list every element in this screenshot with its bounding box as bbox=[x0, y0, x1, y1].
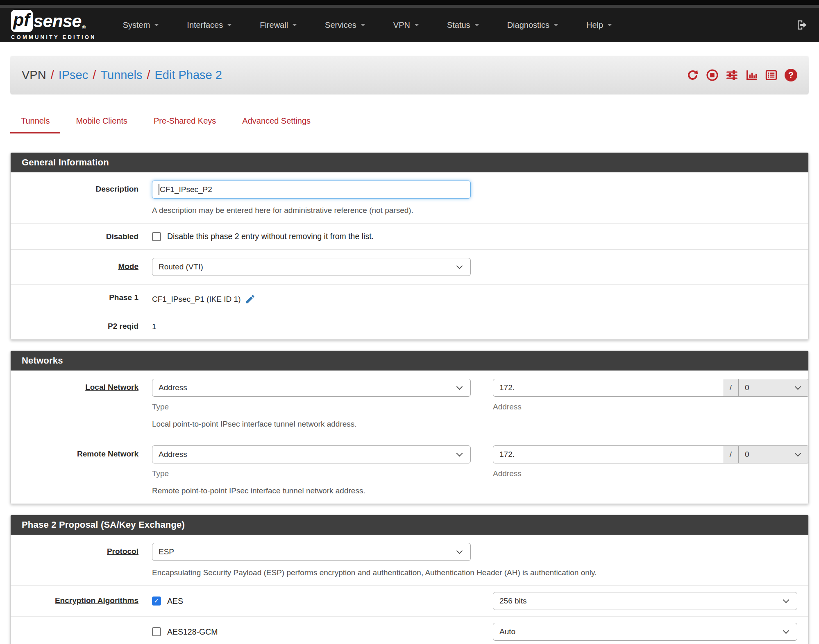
chevron-down-icon bbox=[783, 627, 790, 634]
caret-down-icon bbox=[361, 24, 365, 26]
chevron-down-icon bbox=[456, 547, 463, 554]
protocol-label: Protocol bbox=[22, 543, 152, 577]
menu-label: Diagnostics bbox=[507, 20, 549, 30]
mode-row: Mode Routed (VTI) bbox=[11, 249, 808, 284]
local-network-type-select[interactable]: Address bbox=[152, 379, 471, 397]
caret-down-icon bbox=[554, 24, 558, 26]
networks-panel: Networks Local Network Address Type bbox=[10, 350, 809, 504]
bar-chart-icon[interactable] bbox=[745, 69, 758, 81]
stop-circle-icon[interactable] bbox=[706, 69, 719, 81]
sign-out-icon[interactable] bbox=[796, 19, 808, 31]
protocol-row: Protocol ESP Encapsulating Security Payl… bbox=[11, 535, 808, 585]
aes128gcm-label: AES128-GCM bbox=[167, 627, 218, 637]
encryption-aes-row: Encryption Algorithms AES 256 bits bbox=[11, 585, 808, 616]
aes-keylen-select[interactable]: 256 bits bbox=[493, 592, 797, 610]
menu-label: System bbox=[123, 20, 150, 30]
local-network-type-caption: Type bbox=[152, 402, 471, 411]
breadcrumb-link-edit-phase2[interactable]: Edit Phase 2 bbox=[154, 68, 222, 82]
caret-down-icon bbox=[154, 24, 159, 26]
phase1-label: Phase 1 bbox=[22, 293, 152, 305]
aes-keylen-value: 256 bits bbox=[499, 597, 527, 606]
local-network-address-input[interactable]: 172. bbox=[493, 379, 723, 397]
remote-network-prefix-value: 0 bbox=[745, 450, 749, 459]
menu-diagnostics[interactable]: Diagnostics bbox=[507, 20, 558, 30]
phase1-row: Phase 1 CF1_IPsec_P1 (IKE ID 1) bbox=[11, 284, 808, 313]
empty-label bbox=[22, 623, 152, 641]
mode-select[interactable]: Routed (VTI) bbox=[152, 258, 471, 276]
header-quick-icons: ? bbox=[686, 69, 797, 81]
breadcrumb-separator: / bbox=[93, 68, 96, 82]
general-information-panel: General Information Description CF1_IPse… bbox=[10, 152, 809, 340]
description-help: A description may be entered here for ad… bbox=[152, 206, 797, 215]
remote-network-help: Remote point-to-point IPsec interface tu… bbox=[152, 486, 797, 495]
description-label: Description bbox=[22, 181, 152, 215]
aes128gcm-checkbox[interactable] bbox=[152, 627, 161, 636]
edit-pencil-icon[interactable] bbox=[245, 294, 256, 305]
menu-label: VPN bbox=[393, 20, 410, 30]
tab-bar: Tunnels Mobile Clients Pre-Shared Keys A… bbox=[10, 116, 809, 133]
sliders-icon[interactable] bbox=[726, 69, 738, 81]
breadcrumb-section: VPN bbox=[22, 68, 46, 82]
menu-label: Status bbox=[447, 20, 470, 30]
top-navbar: pf sense ® COMMUNITY EDITION System Inte… bbox=[0, 8, 819, 42]
mode-label: Mode bbox=[22, 258, 152, 276]
breadcrumb-separator: / bbox=[147, 68, 150, 82]
breadcrumb-link-tunnels[interactable]: Tunnels bbox=[100, 68, 142, 82]
chevron-down-icon bbox=[456, 262, 463, 269]
aes128gcm-keylen-select[interactable]: Auto bbox=[493, 623, 797, 641]
caret-down-icon bbox=[414, 24, 419, 26]
menu-label: Interfaces bbox=[187, 20, 223, 30]
address-prefix-separator: / bbox=[723, 379, 739, 397]
remote-network-address-input[interactable]: 172. bbox=[493, 445, 723, 463]
phase2-proposal-panel: Phase 2 Proposal (SA/Key Exchange) Proto… bbox=[10, 515, 809, 644]
logo-pf-box: pf bbox=[11, 10, 33, 32]
tab-tunnels[interactable]: Tunnels bbox=[10, 116, 60, 133]
breadcrumb-link-ipsec[interactable]: IPsec bbox=[59, 68, 88, 82]
help-icon[interactable]: ? bbox=[785, 69, 797, 81]
menu-status[interactable]: Status bbox=[447, 20, 479, 30]
local-network-row: Local Network Address Type 172. bbox=[11, 371, 808, 437]
chevron-down-icon bbox=[456, 383, 463, 390]
protocol-select[interactable]: ESP bbox=[152, 543, 471, 561]
text-caret bbox=[159, 184, 159, 195]
menu-help[interactable]: Help bbox=[586, 20, 612, 30]
registered-mark: ® bbox=[82, 25, 86, 30]
remote-network-address-caption: Address bbox=[493, 469, 809, 478]
menu-firewall[interactable]: Firewall bbox=[260, 20, 297, 30]
tab-pre-shared-keys[interactable]: Pre-Shared Keys bbox=[143, 116, 227, 133]
window-chrome-strip bbox=[0, 0, 819, 5]
p2reqid-value: 1 bbox=[152, 322, 157, 331]
remote-network-row: Remote Network Address Type 172. bbox=[11, 437, 808, 504]
local-network-address-value: 172. bbox=[499, 383, 515, 392]
remote-network-type-select[interactable]: Address bbox=[152, 445, 471, 463]
logo-edition-text: COMMUNITY EDITION bbox=[11, 34, 96, 40]
refresh-icon[interactable] bbox=[686, 69, 699, 81]
chevron-down-icon bbox=[795, 383, 801, 390]
phase1-value: CF1_IPsec_P1 (IKE ID 1) bbox=[152, 295, 240, 304]
p2reqid-label: P2 reqid bbox=[22, 321, 152, 331]
page-content: VPN / IPsec / Tunnels / Edit Phase 2 bbox=[0, 56, 819, 644]
navbar-menu: System Interfaces Firewall Services VPN … bbox=[123, 20, 612, 30]
disabled-checkbox[interactable] bbox=[152, 232, 161, 241]
menu-services[interactable]: Services bbox=[325, 20, 365, 30]
local-network-prefix-select[interactable]: 0 bbox=[739, 379, 809, 397]
chevron-down-icon bbox=[795, 450, 801, 456]
protocol-help: Encapsulating Security Payload (ESP) per… bbox=[152, 568, 797, 577]
pfsense-logo[interactable]: pf sense ® COMMUNITY EDITION bbox=[11, 10, 96, 40]
section-title-networks: Networks bbox=[11, 351, 808, 371]
tab-advanced-settings[interactable]: Advanced Settings bbox=[231, 116, 321, 133]
list-icon[interactable] bbox=[765, 69, 778, 81]
menu-system[interactable]: System bbox=[123, 20, 159, 30]
tab-mobile-clients[interactable]: Mobile Clients bbox=[65, 116, 138, 133]
pfsense-wordmark: pf sense ® bbox=[11, 10, 96, 32]
caret-down-icon bbox=[474, 24, 479, 26]
caret-down-icon bbox=[292, 24, 297, 26]
menu-label: Firewall bbox=[260, 20, 288, 30]
breadcrumb: VPN / IPsec / Tunnels / Edit Phase 2 bbox=[22, 68, 222, 82]
description-input[interactable]: CF1_IPsec_P2 bbox=[152, 181, 471, 199]
menu-vpn[interactable]: VPN bbox=[393, 20, 419, 30]
menu-interfaces[interactable]: Interfaces bbox=[187, 20, 232, 30]
remote-network-prefix-select[interactable]: 0 bbox=[739, 445, 809, 463]
logo-sense-text: sense bbox=[34, 12, 82, 30]
aes-checkbox[interactable] bbox=[152, 597, 161, 606]
